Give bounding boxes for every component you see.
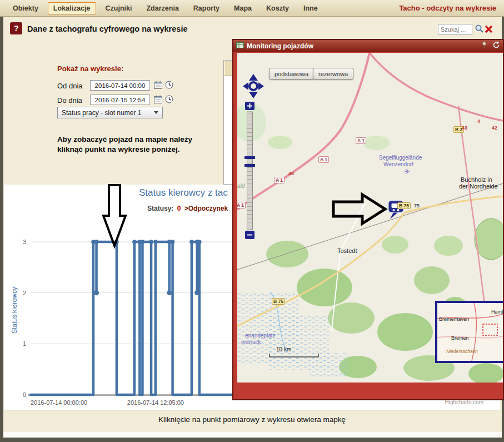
overview-minimap[interactable]: BremerhavenHambBremenNiedersachsen bbox=[435, 301, 503, 363]
map-canvas[interactable]: A 1A 1A 1A 1B 3B 3B 75B 75754643424Toste… bbox=[237, 53, 503, 383]
window-frame-bottom bbox=[0, 438, 504, 442]
status-select-value: Status pracy - slot numer 1 bbox=[62, 109, 141, 117]
monitoring-titlebar[interactable]: Monitoring pojazdów bbox=[233, 40, 503, 52]
base-layer-button[interactable]: podstawowa bbox=[269, 68, 314, 80]
nav-tab-zdarzenia[interactable]: Zdarzenia bbox=[139, 2, 186, 15]
chart-subtitle-value: 0 bbox=[177, 205, 181, 212]
to-date-input[interactable] bbox=[90, 95, 150, 105]
reserve-layer-button[interactable]: rezerwowa bbox=[313, 68, 353, 80]
chart-subtitle-label: Statusy: bbox=[147, 205, 173, 212]
chart-title: Status kierowcy z tac bbox=[139, 187, 228, 198]
annotation-down-arrow bbox=[100, 183, 129, 249]
page-context-title: Tacho - odczyty na wykresie bbox=[399, 4, 496, 12]
hint-line-1: Aby zobaczyć pojazd na mapie należy bbox=[57, 135, 192, 143]
nav-tab-mapa[interactable]: Mapa bbox=[227, 2, 259, 15]
pin-icon[interactable] bbox=[481, 41, 488, 51]
calendar-icon[interactable] bbox=[154, 95, 162, 106]
window-frame-left bbox=[0, 17, 3, 442]
monitoring-window: Monitoring pojazdów bbox=[232, 39, 504, 400]
minimap-region: Niedersachsen bbox=[446, 349, 478, 354]
hidden-window-edge bbox=[223, 60, 233, 185]
nav-tabs: ObiektyLokalizacjeCzujnikiZdarzeniaRapor… bbox=[6, 2, 325, 15]
nav-tab-czujniki[interactable]: Czujniki bbox=[98, 2, 139, 15]
clock-icon[interactable] bbox=[165, 81, 173, 91]
clock-icon[interactable] bbox=[165, 95, 173, 106]
chart-subtitle-desc: >Odpoczynek bbox=[184, 205, 228, 212]
nav-tab-lokalizacje[interactable]: Lokalizacje bbox=[48, 2, 96, 14]
bottom-white-strip bbox=[3, 432, 502, 438]
status-select[interactable]: Status pracy - slot numer 1 bbox=[57, 107, 163, 118]
hint-line-2: kliknąć punkt na wykresie poniżej. bbox=[57, 145, 180, 153]
from-date-input[interactable] bbox=[90, 80, 150, 91]
footer-note: Kliknięcie na punkt pomiarowy z wykresu … bbox=[0, 415, 504, 424]
minimap-hamburg: Hamb bbox=[491, 309, 503, 315]
minimap-viewport-rect bbox=[483, 324, 497, 335]
pan-control[interactable] bbox=[243, 74, 264, 98]
hidden-window-tab bbox=[224, 61, 232, 76]
nav-tab-inne[interactable]: Inne bbox=[296, 2, 325, 15]
search-input[interactable] bbox=[438, 24, 472, 34]
minimap-bremerhaven: Bremerhaven bbox=[439, 316, 469, 322]
y-axis-title: Status kierowcy bbox=[11, 287, 18, 334]
calendar-icon[interactable] bbox=[154, 81, 162, 91]
svg-text:1: 1 bbox=[23, 340, 26, 347]
svg-text:0: 0 bbox=[23, 391, 26, 398]
monitoring-window-title: Monitoring pojazdów bbox=[247, 42, 313, 50]
chart-subtitle: Statusy: 0 >Odpoczynek bbox=[147, 205, 228, 212]
clear-search-icon[interactable] bbox=[485, 25, 493, 36]
minimap-bremen: Bremen bbox=[451, 335, 469, 341]
nav-tab-raporty[interactable]: Raporty bbox=[186, 2, 227, 15]
annotation-right-arrow bbox=[333, 195, 385, 224]
help-icon[interactable]: ? bbox=[10, 22, 22, 34]
to-date-label: Do dnia bbox=[57, 96, 82, 105]
nav-tab-koszty[interactable]: Koszty bbox=[259, 2, 296, 15]
monitoring-app-icon bbox=[236, 42, 244, 51]
form-section-title: Pokaż na wykresie: bbox=[57, 64, 123, 73]
app-window: ObiektyLokalizacjeCzujnikiZdarzeniaRapor… bbox=[0, 0, 504, 442]
svg-text:2: 2 bbox=[23, 290, 26, 296]
page-title: Dane z tachografu cyfrowego na wykresie bbox=[27, 24, 187, 33]
svg-text:3: 3 bbox=[23, 239, 26, 245]
refresh-icon[interactable] bbox=[492, 41, 500, 51]
chevron-down-icon bbox=[154, 111, 158, 114]
search-icon[interactable] bbox=[475, 24, 484, 36]
roads bbox=[237, 53, 503, 331]
zoom-slider-handle bbox=[244, 156, 255, 159]
from-date-label: Od dnia bbox=[57, 82, 83, 90]
divider bbox=[0, 410, 504, 410]
nav-tab-obiekty[interactable]: Obiekty bbox=[6, 2, 46, 15]
svg-text:2016-07-14 12:05:00: 2016-07-14 12:05:00 bbox=[127, 399, 184, 406]
svg-text:2016-07-14 00:00:00: 2016-07-14 00:00:00 bbox=[31, 399, 87, 406]
top-navbar: ObiektyLokalizacjeCzujnikiZdarzeniaRapor… bbox=[0, 0, 504, 17]
